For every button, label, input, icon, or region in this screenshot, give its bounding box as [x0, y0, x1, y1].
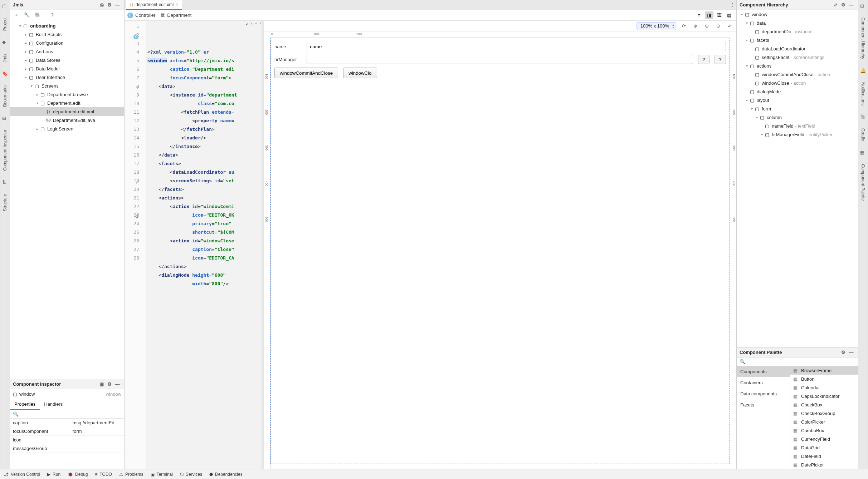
hierarchy-windowCommitAndClose[interactable]: ▢windowCommitAndClose- action	[737, 70, 858, 79]
tree-item-departmentedit-java[interactable]: ⓒDepartmentEdit.java	[10, 116, 124, 124]
zoom-in-icon[interactable]: ⊕	[691, 22, 699, 30]
palette-categories[interactable]: ComponentsContainersData componentsFacet…	[737, 366, 790, 479]
hierarchy-layout[interactable]: ▾▢layout	[737, 96, 858, 104]
elephant-icon[interactable]: 🐘	[34, 11, 42, 19]
rail-gradle[interactable]: Gradle	[860, 127, 865, 143]
hierarchy-facets[interactable]: ▾▢facets	[737, 36, 858, 44]
palette-item-checkboxgroup[interactable]: ▦CheckBoxGroup	[790, 409, 858, 418]
hierarchy-window[interactable]: ▾▢window	[737, 10, 858, 19]
hierarchy-settingsFacet[interactable]: ▢settingsFacet- screenSettings	[737, 53, 858, 61]
more-icon[interactable]: ⋮	[728, 1, 736, 9]
tree-item-department-edit[interactable]: ▾▢Department.edit	[10, 99, 124, 107]
rail-bookmarks[interactable]: Bookmarks	[3, 84, 8, 108]
close-button[interactable]: windowClo	[343, 68, 377, 78]
bottom-services[interactable]: ⬡Services	[180, 472, 202, 477]
hierarchy-data[interactable]: ▾▢data	[737, 19, 858, 27]
palette-item-datefield[interactable]: ▦DateField	[790, 452, 858, 460]
palette-item-capslockindicator[interactable]: ▦CapsLockIndicator	[790, 392, 858, 400]
fit-icon[interactable]: ⊙	[714, 22, 722, 30]
palette-item-currencyfield[interactable]: ▦CurrencyField	[790, 435, 858, 443]
zoom-stepper-icon[interactable]: ▲▼	[672, 24, 674, 29]
ok-check-icon[interactable]: ✔	[726, 22, 733, 30]
prop-focusComponent[interactable]: focusComponentform	[10, 427, 124, 436]
view-split-icon[interactable]: ◨	[705, 11, 713, 19]
gear-icon[interactable]: ⚙	[839, 1, 847, 9]
bottom-terminal[interactable]: ▣Terminal	[151, 472, 173, 477]
rail-project[interactable]: Project	[3, 16, 8, 32]
rail-inspector[interactable]: Component Inspector	[3, 128, 8, 172]
rail-structure[interactable]: Structure	[3, 192, 8, 213]
editor-tab-active[interactable]: ⟨⟩ department-edit.xml ×	[126, 0, 182, 10]
tree-item-data-stores[interactable]: ▸▢Data Stores	[10, 56, 124, 64]
hierarchy-nameField[interactable]: ▢nameField- textField	[737, 122, 858, 130]
match-down-icon[interactable]: ˅	[259, 22, 262, 27]
bottom-version-control[interactable]: ⎇Version Control	[4, 472, 40, 477]
palette-cat-components[interactable]: Components	[737, 366, 790, 377]
palette-item-combobox[interactable]: ▦ComboBox	[790, 426, 858, 435]
view-image-icon[interactable]: 🖼	[715, 11, 723, 19]
palette-cat-facets[interactable]: Facets	[737, 399, 790, 410]
tree-item-loginscreen[interactable]: ▸▢LoginScreen	[10, 124, 124, 133]
tree-item-onboarding[interactable]: ▾▢onboarding	[10, 21, 124, 30]
tree-item-add-ons[interactable]: ▸▢Add-ons	[10, 47, 124, 56]
rail-palette[interactable]: Component Palette	[860, 163, 865, 202]
bottom-run[interactable]: ▶Run	[47, 472, 60, 477]
field-name-input[interactable]	[307, 42, 726, 51]
tree-item-configuration[interactable]: ▸▢Configuration	[10, 39, 124, 47]
hierarchy-dataLoadCoordinator[interactable]: ▢dataLoadCoordinator	[737, 44, 858, 53]
gear-icon[interactable]: ⚙	[106, 1, 113, 9]
ext-window-icon[interactable]: ▣	[98, 380, 106, 388]
gear-icon[interactable]: ⚙	[106, 380, 113, 388]
wrench-icon[interactable]: 🔧	[23, 11, 31, 19]
palette-item-button[interactable]: ▦Button	[790, 375, 858, 383]
bottom-problems[interactable]: ⚠Problems	[119, 472, 143, 477]
tree-item-user-interface[interactable]: ▾▢User Interface	[10, 73, 124, 82]
view-preview-icon[interactable]: ▦	[725, 11, 733, 19]
bottom-todo[interactable]: ≡TODO	[95, 472, 112, 477]
view-text-icon[interactable]: ≡	[695, 11, 703, 19]
inspector-search[interactable]: 🔍	[10, 410, 124, 419]
palette-item-datagrid[interactable]: ▦DataGrid	[790, 443, 858, 452]
rail-notifications[interactable]: Notifications	[860, 81, 865, 107]
prop-caption[interactable]: captionmsg://departmentEd	[10, 419, 124, 427]
refresh-icon[interactable]: ⟳	[680, 22, 688, 30]
prop-messagesGroup[interactable]: messagesGroup	[10, 444, 124, 453]
code-editor[interactable]: <?xml version="1.0" er<window xmlns="htt…	[146, 21, 264, 470]
tree-item-department-browse[interactable]: ▸▢Department.browse	[10, 90, 124, 99]
rail-jmix[interactable]: Jmix	[3, 52, 8, 64]
subtab-controller[interactable]: C Controller	[127, 13, 155, 18]
hierarchy-departmentDc[interactable]: ▢departmentDc- instance	[737, 27, 858, 36]
design-window[interactable]: name hrManager ? ? windowCommitAndClose	[270, 38, 730, 464]
hierarchy-column[interactable]: ▾▢column	[737, 113, 858, 122]
hierarchy-tree[interactable]: ▾▢window▾▢data▢departmentDc- instance▾▢f…	[737, 10, 858, 347]
tab-handlers[interactable]: Handlers	[40, 399, 67, 410]
gear-icon[interactable]: ⚙	[839, 349, 847, 356]
hierarchy-form[interactable]: ▾▢form	[737, 104, 858, 113]
project-tree[interactable]: ▾▢onboarding▸▢Build Scripts▸▢Configurati…	[10, 20, 124, 379]
prop-icon[interactable]: icon	[10, 436, 124, 444]
field-hrmanager-input[interactable]	[307, 55, 693, 64]
palette-item-colorpicker[interactable]: ▦ColorPicker	[790, 418, 858, 426]
bottom-debug[interactable]: 🐞Debug	[68, 472, 88, 477]
minimize-icon[interactable]: —	[847, 349, 855, 356]
hierarchy-actions[interactable]: ▾▢actions	[737, 61, 858, 70]
palette-cat-containers[interactable]: Containers	[737, 377, 790, 388]
help-icon[interactable]: ?	[48, 11, 56, 19]
palette-items[interactable]: ▦BrowserFrame▦Button▦Calendar▦CapsLockIn…	[790, 366, 858, 479]
picker-action-1[interactable]: ?	[698, 55, 709, 64]
hierarchy-windowClose[interactable]: ▢windowClose- action	[737, 79, 858, 87]
palette-item-calendar[interactable]: ▦Calendar	[790, 383, 858, 392]
palette-item-checkbox[interactable]: ▦CheckBox	[790, 400, 858, 409]
close-tab-icon[interactable]: ×	[176, 2, 178, 7]
zoom-selector[interactable]: 100% x 100% ▲▼	[637, 22, 676, 30]
minimize-icon[interactable]: —	[847, 1, 855, 9]
tree-item-screens[interactable]: ▾▢Screens	[10, 82, 124, 90]
graph-icon[interactable]: ⤢	[832, 1, 839, 9]
tab-properties[interactable]: Properties	[10, 399, 40, 410]
palette-item-browserframe[interactable]: ▦BrowserFrame	[790, 366, 858, 375]
hierarchy-dialogMode[interactable]: ▢dialogMode	[737, 87, 858, 96]
zoom-out-icon[interactable]: ⊖	[703, 22, 711, 30]
palette-search[interactable]: 🔍	[737, 357, 858, 366]
new-icon[interactable]: ＋	[12, 11, 20, 19]
code-gutter[interactable]: 12C345678✎910111213141516171819✔20212223…	[125, 21, 146, 470]
